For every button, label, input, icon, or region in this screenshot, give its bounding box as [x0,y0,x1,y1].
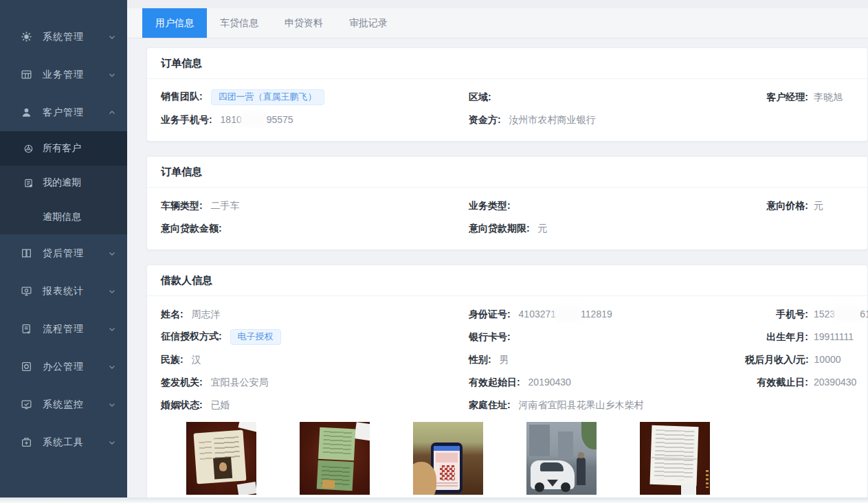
field-label: 意向价格: [745,200,808,212]
field-value: 汉 [192,354,201,365]
sidebar-submenu-customer: 所有客户 我的逾期 逾期信息 [0,131,127,234]
field-bank-card: 银行卡号: [469,331,745,344]
sidebar-item-label: 所有客户 [43,142,81,155]
sidebar-item-customer-mgmt[interactable]: 客户管理 [0,93,127,131]
toolbox-icon [21,436,34,448]
sidebar-item-overdue-info[interactable]: 逾期信息 [0,200,127,234]
card-title: 订单信息 [147,48,867,79]
field-label: 婚姻状态: [161,399,203,410]
field-intent-loan-amount: 意向贷款金额: [161,223,469,235]
wheel-icon [23,144,36,154]
sales-team-tag[interactable]: 四团一营（直属王鹏飞） [211,89,324,105]
photo-car-person[interactable]: 人车照 [526,422,597,503]
sidebar-item-report-stats[interactable]: 报表统计 [0,272,127,310]
field-value: 李晓旭 [814,91,843,104]
id-card-thumbnail[interactable] [186,422,256,495]
chevron-up-icon [108,109,116,117]
field-label: 资金方: [469,114,501,125]
sidebar-item-label: 流程管理 [43,323,108,335]
field-account-manager: 客户经理: 李晓旭 [745,91,854,104]
person-car-thumbnail[interactable] [526,422,597,495]
field-value: 河南省宜阳县花果山乡木柴村 [519,399,644,410]
field-name: 姓名: 周志洋 [161,309,469,321]
field-value: 元 [538,223,548,234]
sidebar-item-my-overdue[interactable]: 我的逾期 [0,166,127,200]
field-value: 已婚 [211,399,230,410]
monitor-check-icon [21,399,34,410]
field-value: 20190430 [528,377,571,388]
field-label: 征信授权方式: [161,331,222,342]
card-title: 订单信息 [147,157,867,188]
redaction-blur [836,309,859,319]
field-sales-team: 销售团队: 四团一营（直属王鹏飞） [161,89,469,105]
field-label: 出生年月: [745,331,808,344]
field-value: 元 [814,200,823,212]
field-label: 客户经理: [745,91,808,104]
field-value: 181095575 [221,114,293,125]
field-id-number: 身份证号: 4103271112819 [469,309,745,321]
field-label: 业务手机号: [161,114,212,125]
field-ethnicity: 民族: 汉 [161,354,469,366]
field-label: 区域: [469,91,491,102]
sidebar-item-business-mgmt[interactable]: 业务管理 [0,56,127,93]
sidebar-item-system-monitor[interactable]: 系统监控 [0,385,127,423]
table-icon [21,69,34,80]
field-value: 宜阳县公安局 [211,377,269,388]
field-label: 姓名: [161,309,183,320]
tab-bar: 用户信息 车贷信息 申贷资料 审批记录 [127,8,868,38]
photo-green-book[interactable]: 行驶证照片 [300,422,370,503]
field-label: 家庭住址: [469,399,511,410]
field-value: 10000 [814,354,841,366]
field-label: 性别: [469,354,491,365]
content-area: 订单信息 销售团队: 四团一营（直属王鹏飞） 区域: 客户经理: 李晓旭 [127,38,868,503]
field-business-phone: 业务手机号: 181095575 [161,114,469,126]
chevron-down-icon [108,33,116,41]
borrower-info-card: 借款人信息 姓名: 周志洋 身份证号: 4103271112819 手机号: 1… [146,265,868,503]
sidebar-item-system-tools[interactable]: 系统工具 [0,423,127,461]
field-vehicle-type: 车辆类型: 二手车 [161,200,469,212]
field-label: 身份证号: [469,309,511,320]
field-birth-date: 出生年月: 19911111 [745,331,854,344]
photo-id-card[interactable]: 身份证 [186,422,256,503]
sidebar-item-postloan-mgmt[interactable]: 贷后管理 [0,234,127,272]
auth-qr-thumbnail[interactable] [413,422,483,495]
field-label: 销售团队: [161,91,203,102]
sidebar-item-process-mgmt[interactable]: 流程管理 [0,310,127,348]
field-value: 二手车 [211,200,240,211]
redaction-blur [557,309,580,319]
sidebar-item-label: 系统工具 [43,436,108,449]
field-issuing-authority: 签发机关: 宜阳县公安局 [161,377,469,389]
field-intent-price: 意向价格: 元 [745,200,854,212]
chevron-down-icon [108,325,116,333]
sidebar-item-label: 报表统计 [43,285,108,298]
sidebar-item-all-customers[interactable]: 所有客户 [0,131,127,166]
field-label: 民族: [161,354,183,365]
field-label: 银行卡号: [469,331,511,342]
tab-approval-records[interactable]: 审批记录 [336,8,401,38]
tab-loan-application-docs[interactable]: 申贷资料 [271,8,336,38]
document-thumbnail[interactable] [640,422,710,495]
field-value: 男 [500,354,509,365]
field-valid-from: 有效起始日: 20190430 [469,377,745,389]
field-value: 周志洋 [192,309,221,320]
field-credit-auth-method: 征信授权方式: 电子授权 [161,329,469,345]
tab-car-loan-info[interactable]: 车贷信息 [207,8,271,38]
field-label: 签发机关: [161,377,203,388]
field-label: 业务类型: [469,200,511,211]
photo-phone-qr[interactable]: 授权码照片 [413,422,483,503]
bottom-edge-strip [0,498,868,503]
field-funder: 资金方: 汝州市农村商业银行 [469,114,745,126]
tab-user-info[interactable]: 用户信息 [142,8,207,38]
sidebar-item-label: 客户管理 [43,107,108,119]
clipboard-icon [21,323,34,335]
field-value: 4103271112819 [519,309,612,320]
field-label: 意向贷款金额: [161,223,222,234]
sidebar-item-office-mgmt[interactable]: 办公管理 [0,348,127,385]
field-value: 15236137 [814,309,868,321]
vehicle-cert-thumbnail[interactable] [300,422,370,495]
sidebar-item-system-mgmt[interactable]: 系统管理 [0,18,127,56]
sidebar-item-label: 逾期信息 [43,211,81,223]
field-mobile-phone: 手机号: 15236137 [745,309,868,321]
photo-document[interactable]: 证明材料 [640,422,710,503]
e-auth-tag: 电子授权 [230,329,281,345]
